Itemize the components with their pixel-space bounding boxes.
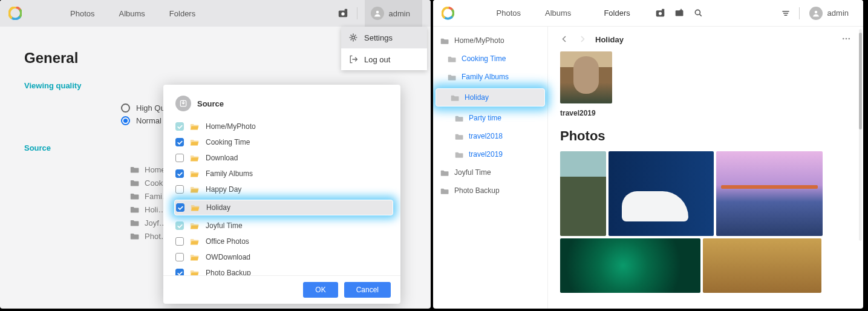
upload-icon[interactable] [333, 4, 353, 23]
sidebar-folder-label: Cooking Time [462, 54, 506, 63]
source-item-label: Happy Day [206, 185, 241, 194]
menu-logout[interactable]: Log out [341, 48, 427, 70]
folder-icon [130, 178, 140, 188]
folder-icon [440, 168, 449, 177]
photo-thumbnail[interactable] [703, 238, 821, 293]
photo-thumbnail[interactable] [609, 151, 714, 236]
folder-icon [130, 191, 140, 201]
folder-icon [190, 153, 200, 163]
folder-icon [440, 36, 449, 45]
sidebar-folder-label: Joyful Time [454, 168, 491, 177]
menu-settings[interactable]: Settings [341, 27, 427, 48]
source-item-label: Holiday [206, 203, 230, 212]
folder-icon [190, 252, 200, 262]
radio-icon [121, 116, 130, 125]
source-item-label: Family Albums [206, 169, 253, 178]
source-item[interactable]: Download [175, 150, 392, 166]
sidebar-folder[interactable]: Cooking Time [433, 50, 547, 68]
source-item[interactable]: Family Albums [175, 166, 392, 182]
folder-icon [190, 221, 200, 231]
folder-icon [130, 165, 140, 174]
source-item-label: Download [206, 154, 238, 162]
back-button[interactable] [560, 34, 569, 45]
photo-thumbnail[interactable] [560, 238, 700, 293]
sidebar-folder-label: Photo Backup [454, 186, 500, 195]
checkbox[interactable] [175, 185, 184, 194]
menu-settings-label: Settings [364, 33, 393, 42]
checkbox[interactable] [175, 253, 184, 261]
checkbox[interactable] [175, 122, 184, 131]
photo-thumbnail[interactable] [716, 151, 823, 236]
source-item[interactable]: Office Photos [175, 234, 392, 249]
scrollbar[interactable] [859, 29, 862, 241]
nav-folders[interactable]: Folders [595, 5, 638, 21]
import-icon [175, 96, 191, 111]
checkbox[interactable] [175, 237, 184, 246]
upload-icon[interactable] [651, 4, 670, 23]
checkbox[interactable] [175, 169, 184, 178]
sidebar-folder[interactable]: Home/MyPhoto [433, 31, 547, 50]
user-menu-trigger[interactable]: admin [803, 4, 855, 22]
source-item[interactable]: Happy Day [175, 182, 392, 197]
source-item[interactable]: Holiday [174, 200, 393, 215]
folder-icon [190, 169, 200, 178]
topbar-left: Photos Albums Folders admin [0, 0, 431, 27]
cancel-button[interactable]: Cancel [344, 282, 391, 298]
photo-thumbnail[interactable] [560, 151, 606, 236]
topbar-right: Photos Albums Folders admin [433, 0, 863, 27]
app-logo-icon[interactable] [8, 7, 22, 20]
gear-icon [348, 33, 358, 42]
more-icon[interactable] [841, 34, 851, 45]
divider [357, 7, 357, 19]
checkbox[interactable] [175, 269, 184, 275]
folder-icon [130, 231, 140, 241]
nav-albums[interactable]: Albums [119, 9, 145, 18]
user-avatar-icon [371, 7, 384, 20]
folder-icon [448, 73, 457, 82]
checkbox[interactable] [175, 221, 184, 230]
add-folder-icon[interactable] [670, 4, 689, 23]
search-icon[interactable] [689, 4, 708, 23]
ok-button[interactable]: OK [303, 282, 338, 298]
nav-photos[interactable]: Photos [70, 9, 94, 18]
filter-icon[interactable] [776, 4, 795, 23]
folder-icon [130, 218, 140, 228]
source-item[interactable]: Photo Backup [175, 265, 392, 275]
checkbox[interactable] [175, 154, 184, 162]
nav-photos[interactable]: Photos [497, 8, 521, 18]
folder-icon [190, 237, 200, 246]
sidebar-folder[interactable]: Party time [433, 109, 547, 127]
user-menu-trigger[interactable]: admin [365, 0, 422, 27]
user-name: admin [827, 8, 849, 18]
folder-icon [455, 150, 464, 159]
divider [799, 7, 800, 19]
folder-thumbnail[interactable] [560, 51, 612, 103]
photo-grid [560, 151, 851, 293]
folder-icon [191, 203, 200, 212]
dialog-title: Source [197, 99, 224, 108]
source-item[interactable]: Joyful Time [175, 218, 392, 234]
source-item[interactable]: Cooking Time [175, 134, 392, 150]
source-item-label: OWDownload [206, 253, 250, 261]
sidebar-folder[interactable]: Joyful Time [433, 163, 547, 182]
source-item[interactable]: Home/MyPhoto [175, 119, 392, 134]
checkbox[interactable] [176, 203, 184, 212]
checkbox[interactable] [175, 138, 184, 146]
sidebar-folder[interactable]: Photo Backup [433, 182, 547, 200]
user-name: admin [389, 9, 410, 18]
source-item-label: Joyful Time [206, 221, 243, 230]
folder-icon [190, 268, 200, 275]
sidebar-folder[interactable]: Holiday [436, 88, 545, 106]
nav-folders[interactable]: Folders [169, 9, 195, 18]
sidebar-folder[interactable]: Family Albums [433, 68, 547, 86]
folder-icon [451, 93, 460, 102]
menu-logout-label: Log out [364, 55, 390, 64]
forward-button[interactable] [578, 34, 587, 45]
sidebar-folder-label: Family Albums [462, 73, 509, 81]
app-logo-icon[interactable] [442, 7, 454, 20]
sidebar-folder[interactable]: travel2018 [433, 127, 547, 145]
sidebar-folder[interactable]: travel2019 [433, 145, 547, 163]
source-item[interactable]: OWDownload [175, 249, 392, 265]
nav-albums[interactable]: Albums [545, 8, 571, 18]
folder-icon [190, 122, 200, 131]
